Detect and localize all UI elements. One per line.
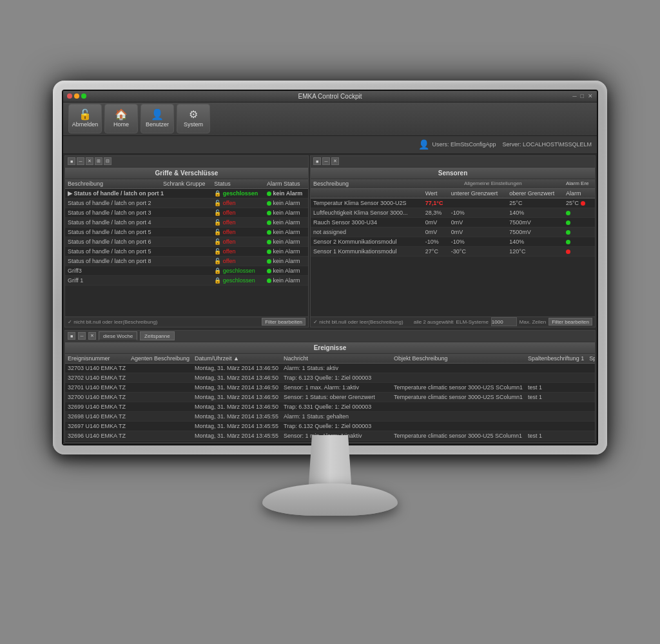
griffe-col-beschreibung[interactable]: Beschreibung: [65, 179, 160, 189]
window-controls[interactable]: [67, 93, 86, 99]
minimize-dot[interactable]: [74, 93, 79, 99]
sensor-alarm: [563, 237, 595, 246]
sensor-desc: Sensor 1 Kommunikationsmodul: [311, 246, 423, 256]
griffe-col-alarm[interactable]: Alarm Status: [264, 179, 308, 189]
user-info: Users: ElmStsConfigApp Server: LOCALHOST…: [432, 141, 592, 148]
row-gruppe: [160, 198, 211, 208]
ereignis-nr: 32700 U140 EMKA TZ: [65, 392, 128, 402]
home-button[interactable]: 🏠 Home: [104, 104, 138, 133]
system-icon: ⚙: [189, 110, 198, 120]
table-row: Status of handle / latch on port 3 🔓 off…: [65, 208, 308, 217]
ereignis-date: Montag, 31. März 2014 13:46:50: [192, 392, 281, 402]
tab-zeitspanne[interactable]: Zeitspanne: [140, 331, 175, 340]
sensor-alarm: 25°C: [563, 198, 595, 208]
sensor-desc: Rauch Sensor 3000-U34: [311, 217, 423, 227]
table-row: Griff 1 🔒 geschlossen kein Alarm: [65, 275, 308, 285]
ereignisse-toolbar-btn2[interactable]: ─: [78, 332, 86, 340]
sensor-oberer: 7500mV: [507, 217, 563, 227]
sensoren-toolbar-btn1[interactable]: ■: [313, 157, 321, 165]
griffe-col-status[interactable]: Status: [211, 179, 264, 189]
row-desc: Status of handle / latch on port 2: [65, 198, 160, 208]
sensor-unterer: -10%: [449, 208, 507, 217]
row-status: 🔓 offen: [211, 208, 264, 217]
griffe-table-wrapper: Beschreibung Schrank Gruppe Status Alarm…: [65, 179, 308, 317]
ereignis-date: Montag, 31. März 2014 13:46:50: [192, 382, 281, 392]
ereignisse-panel: ■ ─ ✕ diese Woche Zeitspanne Ereignisse: [64, 330, 596, 443]
ereignis-date: Montag, 31. März 2014 13:46:50: [192, 373, 281, 382]
sensoren-col-oberer[interactable]: oberer Grenzwert: [507, 188, 563, 198]
griffe-toolbar-btn5[interactable]: ⊟: [104, 157, 112, 165]
ereignis-obj: Temperature climatic sensor 3000-U2S SCo…: [391, 382, 525, 392]
ereignisse-toolbar-btn3[interactable]: ✕: [88, 332, 96, 340]
sensor-oberer: 25°C: [507, 198, 563, 208]
ereignisse-col-obj[interactable]: Objekt Beschreibung: [391, 354, 525, 364]
abmelden-label: Abmelden: [72, 121, 99, 128]
griffe-toolbar-btn4[interactable]: ⊞: [95, 157, 102, 165]
ereignisse-col-msg[interactable]: Nachricht: [281, 354, 391, 364]
ereignisse-col-nr[interactable]: Ereignisnummer: [65, 354, 128, 364]
ereignisse-col-spalt1[interactable]: Spaltenbeschriftung 1: [525, 354, 587, 364]
griffe-header-alarm: kein Alarm: [264, 188, 308, 198]
abmelden-button[interactable]: 🔓 Abmelden: [68, 104, 102, 133]
griffe-col-gruppe[interactable]: Schrank Gruppe: [160, 179, 211, 189]
sensor-wert: -10%: [423, 237, 449, 246]
sensoren-panel: ■ ─ ✕ Sensoren Beschreibung: [310, 155, 596, 327]
table-row: not assigned 0mV 0mV 7500mV: [311, 227, 595, 237]
ereignis-nr: 32703 U140 EMKA TZ: [65, 363, 128, 373]
minimize-button[interactable]: ─: [571, 93, 578, 99]
griffe-filter-label: ✓ nicht bit.null oder leer(Beschreibung): [68, 319, 158, 325]
sensor-wert: 0mV: [423, 227, 449, 237]
table-row: 32701 U140 EMKA TZ Montag, 31. März 2014…: [65, 382, 595, 392]
benutzer-button[interactable]: 👤 Benutzer: [141, 104, 174, 133]
griffe-filter-bar: ✓ nicht bit.null oder leer(Beschreibung)…: [65, 317, 308, 327]
ereignis-obj: [391, 363, 525, 373]
ereignisse-toolbar-btn1[interactable]: ■: [68, 332, 75, 340]
window-buttons[interactable]: ─ □ ✕: [571, 93, 594, 99]
ereignisse-col-agent[interactable]: Agenten Beschreibung: [128, 354, 192, 364]
sensoren-toolbar-btn3[interactable]: ✕: [331, 157, 339, 165]
sensoren-col-beschreibung[interactable]: Beschreibung: [311, 179, 423, 189]
griffe-header-status: 🔒 geschlossen: [211, 188, 264, 198]
sensoren-toolbar-btn2[interactable]: ─: [322, 157, 330, 165]
row-desc: Status of handle / latch on port 4: [65, 217, 160, 227]
row-status: 🔓 offen: [211, 217, 264, 227]
sensor-wert: 28,3%: [423, 208, 449, 217]
ereignisse-col-date[interactable]: Datum/Uhrzeit ▲: [192, 354, 281, 364]
sensor-unterer: [449, 198, 507, 208]
sensor-oberer: 140%: [507, 237, 563, 246]
griffe-toolbar-btn2[interactable]: ─: [77, 157, 84, 165]
sensor-unterer: -30°C: [449, 246, 507, 256]
table-row: Sensor 2 Kommunikationsmodul -10% -10% 1…: [311, 237, 595, 246]
sensoren-col-alarm-ere: Alarm Ere: [563, 179, 595, 189]
griffe-toolbar-btn3[interactable]: ✕: [86, 157, 93, 165]
row-desc: Status of handle / latch on port 5: [65, 246, 160, 256]
ereignisse-toolbar: ■ ─ ✕ diese Woche Zeitspanne: [65, 331, 595, 342]
ereignis-nr: 32697 U140 EMKA TZ: [65, 421, 128, 431]
close-button[interactable]: ✕: [587, 93, 594, 99]
tab-diese-woche[interactable]: diese Woche: [99, 331, 137, 340]
ereignis-date: Montag, 31. März 2014 13:46:50: [192, 402, 281, 411]
sensoren-subheader-general: Allgemeine Einstellungen: [423, 179, 563, 189]
ereignis-date: Montag, 31. März 2014 13:45:55: [192, 431, 281, 440]
sensoren-col-alarm[interactable]: Alarm: [563, 188, 595, 198]
table-row: Status of handle / latch on port 6 🔓 off…: [65, 237, 308, 246]
sensoren-header: Sensoren: [311, 168, 595, 179]
restore-button[interactable]: □: [579, 93, 585, 99]
ereignisse-col-val1[interactable]: Spalte 1: [587, 354, 595, 364]
benutzer-icon: 👤: [151, 110, 164, 120]
griffe-filter-button[interactable]: Filter bearbeiten: [262, 318, 306, 326]
user-bar: 👤 Users: ElmStsConfigApp Server: LOCALHO…: [63, 136, 597, 154]
system-button[interactable]: ⚙ System: [177, 104, 210, 133]
table-row: Luftfeuchtigkeit Klima Sensor 3000... 28…: [311, 208, 595, 217]
sensoren-col-unterer[interactable]: unterer Grenzwert: [449, 188, 507, 198]
table-row: Rauch Sensor 3000-U34 0mV 0mV 7500mV: [311, 217, 595, 227]
sensor-alarm: [563, 208, 595, 217]
sensoren-col-wert[interactable]: Wert: [423, 188, 449, 198]
ereignis-obj: Temperature climatic sensor 3000-U25 SCo…: [391, 431, 525, 440]
maximize-dot[interactable]: [81, 93, 86, 99]
griffe-toolbar-btn1[interactable]: ■: [68, 157, 75, 165]
ereignis-nr: 32702 U140 EMKA TZ: [65, 373, 128, 382]
close-dot[interactable]: [67, 93, 72, 99]
sensoren-filter-button[interactable]: Filter bearbeiten: [548, 318, 592, 326]
elm-input[interactable]: [491, 317, 517, 326]
